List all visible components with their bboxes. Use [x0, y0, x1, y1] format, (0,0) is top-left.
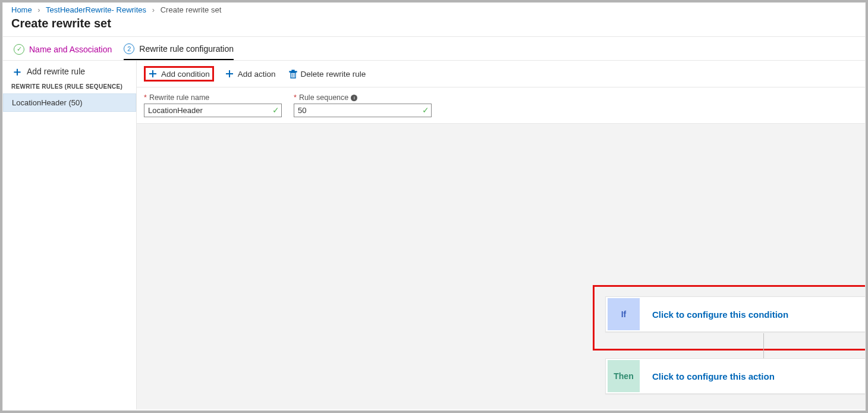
wizard-tabs: ✓ Name and Association 2 Rewrite rule co…	[3, 37, 865, 61]
fields-row: * Rewrite rule name ✓ * Rule sequence i	[137, 87, 865, 124]
add-rule-label: Add rewrite rule	[27, 67, 85, 76]
then-badge: Then	[608, 360, 640, 392]
step-number-icon: 2	[124, 43, 134, 54]
tab-rule-configuration[interactable]: 2 Rewrite rule configuration	[124, 43, 234, 60]
toolbar-label: Delete rewrite rule	[301, 70, 366, 79]
add-action-button[interactable]: Add action	[222, 68, 278, 80]
toolbar-label: Add action	[238, 70, 276, 79]
breadcrumb-sep: ›	[152, 5, 155, 14]
breadcrumb-home-link[interactable]: Home	[11, 5, 32, 14]
toolbar-label: Add condition	[161, 70, 210, 79]
breadcrumb-sep: ›	[37, 5, 40, 14]
page-title: Create rewrite set	[11, 17, 865, 30]
toolbar: Add condition Add action Delete rewrite …	[137, 61, 865, 87]
add-condition-button[interactable]: Add condition	[144, 66, 214, 82]
connector-line	[763, 333, 764, 358]
delete-rule-button[interactable]: Delete rewrite rule	[287, 68, 369, 80]
condition-card[interactable]: If Click to configure this condition	[605, 296, 866, 332]
plus-icon	[148, 69, 158, 79]
check-circle-icon: ✓	[14, 44, 24, 55]
sidebar-section-label: REWRITE RULES (RULE SEQUENCE)	[3, 83, 136, 93]
main-panel: Add condition Add action Delete rewrite …	[137, 61, 865, 409]
sidebar-rule-item[interactable]: LocationHeader (50)	[3, 93, 136, 112]
tab-name-association[interactable]: ✓ Name and Association	[14, 44, 112, 60]
field-label-name: * Rewrite rule name	[144, 93, 282, 102]
check-icon: ✓	[422, 105, 429, 115]
if-badge: If	[608, 298, 640, 330]
tab-label: Name and Association	[29, 45, 112, 54]
app-window: Home › TestHeaderRewrite- Rewrites › Cre…	[2, 2, 866, 411]
check-icon: ✓	[272, 105, 279, 115]
trash-icon	[289, 70, 297, 79]
field-label-sequence: * Rule sequence i	[294, 93, 432, 102]
rules-canvas: If Click to configure this condition The…	[137, 124, 865, 409]
breadcrumb: Home › TestHeaderRewrite- Rewrites › Cre…	[3, 3, 865, 15]
tab-label: Rewrite rule configuration	[139, 44, 234, 54]
plus-icon: ＋	[11, 67, 23, 76]
info-icon[interactable]: i	[351, 95, 357, 101]
label-text: Rewrite rule name	[149, 93, 209, 102]
label-text: Rule sequence	[299, 93, 348, 102]
required-asterisk: *	[294, 93, 297, 102]
breadcrumb-current: Create rewrite set	[161, 5, 222, 14]
sidebar: ＋ Add rewrite rule REWRITE RULES (RULE S…	[3, 61, 137, 409]
rule-sequence-input[interactable]	[294, 104, 432, 117]
configure-condition-link[interactable]: Click to configure this condition	[652, 309, 788, 320]
plus-icon	[225, 69, 234, 79]
required-asterisk: *	[144, 93, 147, 102]
configure-action-link[interactable]: Click to configure this action	[652, 371, 775, 381]
rewrite-rule-name-input[interactable]	[144, 104, 282, 117]
add-rewrite-rule-button[interactable]: ＋ Add rewrite rule	[3, 67, 136, 83]
breadcrumb-mid-link[interactable]: TestHeaderRewrite- Rewrites	[46, 5, 146, 14]
action-card[interactable]: Then Click to configure this action	[605, 358, 866, 394]
